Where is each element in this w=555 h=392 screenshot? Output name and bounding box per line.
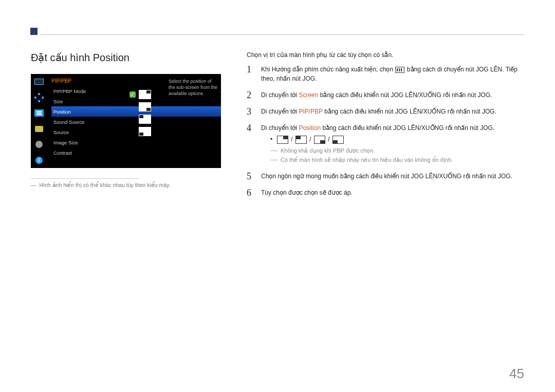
- sub-note-2: Có thể màn hình sẽ nhấp nháy nếu tín hiệ…: [270, 155, 524, 164]
- step-text: bằng cách điều khiển nút JOG LÊN/XUỐNG r…: [322, 124, 494, 132]
- step-text: Di chuyển tới: [261, 108, 297, 115]
- note-dash-icon: [270, 160, 278, 164]
- step-number: 4: [247, 123, 261, 164]
- step-3-body: Di chuyển tới PIP/PBP bằng cách điều khi…: [261, 107, 524, 116]
- note-text: Không khả dụng khi PBP được chọn.: [281, 146, 375, 155]
- note-text: Có thể màn hình sẽ nhấp nháy nếu tín hiệ…: [281, 155, 453, 164]
- step-6-body: Tùy chọn được chọn sẽ được áp.: [261, 188, 524, 197]
- osd-icon-screen: [31, 105, 47, 121]
- step-number: 3: [247, 107, 261, 116]
- osd-label: PIP/PBP Mode: [51, 88, 139, 94]
- osd-position-previews: ✓ ✓ ✓ ✓: [130, 89, 151, 137]
- osd-label: Contrast: [51, 150, 159, 156]
- check-icon: ✓: [130, 91, 136, 98]
- step-number: 1: [247, 65, 261, 83]
- step-text: bằng cách điều khiển nút JOG LÊN/XUỐNG r…: [320, 91, 492, 99]
- caption-rule: [31, 178, 139, 179]
- position-icons-row: • / / /: [270, 135, 524, 144]
- step-5-body: Chọn ngôn ngữ mong muốn bằng cách điều k…: [261, 172, 524, 181]
- osd-nav-icons: i: [31, 74, 47, 168]
- step-text: Di chuyển tới: [261, 91, 297, 99]
- step-text: Di chuyển tới: [261, 124, 297, 132]
- position-preview-tl: [139, 115, 151, 124]
- step-number: 6: [247, 188, 261, 197]
- step-4-body: Di chuyển tới Position bằng cách điều kh…: [261, 123, 524, 164]
- position-preview-bl: [139, 127, 151, 136]
- slash: /: [309, 136, 313, 143]
- osd-row-contrast: Contrast: [51, 147, 221, 158]
- position-icon-tr: [277, 136, 288, 144]
- caption-text: Hình ảnh hiển thị có thể khác nhau tùy t…: [40, 182, 171, 188]
- note-dash-icon: [270, 151, 278, 155]
- step-text: Khi Hướng dẫn phím chức năng xuất hiện, …: [261, 66, 393, 73]
- osd-icon-arrows: [31, 90, 47, 106]
- osd-label: Image Size: [51, 140, 159, 145]
- position-icon-tl: [295, 136, 307, 144]
- position-preview-tr: [139, 90, 151, 99]
- osd-icon-settings: [31, 137, 47, 153]
- position-icon-bl: [332, 136, 344, 144]
- step-text: bằng cách điều khiển nút JOG LÊN/XUỐNG r…: [324, 108, 496, 115]
- position-icon-br: [314, 136, 325, 144]
- section-marker: [30, 28, 38, 35]
- keyword-position: Position: [299, 124, 321, 132]
- keyword-pipbp: PIP/PBP: [299, 108, 322, 115]
- osd-help-text: Select the position of the sub-screen fr…: [169, 78, 218, 97]
- osd-icon-pipbp: [31, 121, 47, 137]
- step-number: 2: [247, 90, 261, 100]
- page-title: Đặt cấu hình Position: [31, 51, 239, 64]
- step-2-body: Di chuyển tới Screen bằng cách điều khiể…: [261, 90, 524, 100]
- osd-icon-picture: [31, 74, 47, 90]
- slash: /: [291, 136, 294, 143]
- step-1-body: Khi Hướng dẫn phím chức năng xuất hiện, …: [261, 65, 524, 83]
- top-rule: [40, 34, 524, 35]
- menu-icon: [395, 67, 404, 73]
- slash: /: [328, 136, 331, 143]
- intro-text: Chọn vị trí của màn hình phụ từ các tùy …: [247, 51, 524, 59]
- keyword-screen: Screen: [299, 91, 318, 99]
- caption: ― Hình ảnh hiển thị có thể khác nhau tùy…: [31, 182, 239, 188]
- step-number: 5: [247, 172, 261, 181]
- osd-icon-info: i: [31, 153, 47, 169]
- osd-row-imagesize: Image Size: [51, 137, 221, 147]
- page-number: 45: [509, 366, 524, 382]
- dash-icon: ―: [31, 182, 36, 188]
- osd-screenshot: i PIP/PBP PIP/PBP Mode On Size Position …: [31, 74, 221, 168]
- position-preview-br: [139, 102, 151, 111]
- sub-note-1: Không khả dụng khi PBP được chọn.: [270, 146, 524, 155]
